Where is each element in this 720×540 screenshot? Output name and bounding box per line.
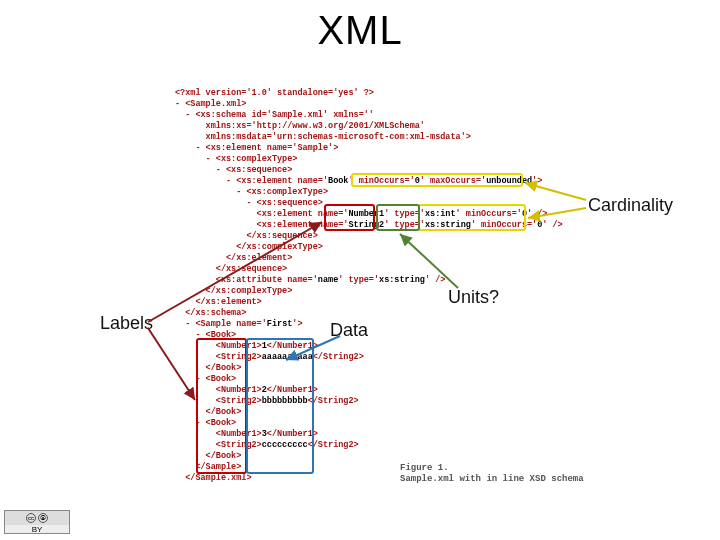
annotation-labels: Labels [100,313,153,334]
by-person-icon: ⦿ [38,513,48,523]
figure-caption: Figure 1. Sample.xml with in line XSD sc… [400,463,584,485]
caption-line-1: Figure 1. [400,463,584,474]
cc-icon: cc [26,513,36,523]
data-highlight-values [246,338,314,474]
annotation-data: Data [330,320,368,341]
cardinality-highlight-1 [351,173,523,187]
labels-highlight-tags [196,338,247,474]
units-highlight-types [376,204,420,231]
annotation-units: Units? [448,287,499,308]
cc-by-label: BY [5,525,69,534]
labels-highlight-names [324,204,375,231]
cardinality-highlight-2 [418,204,526,231]
cc-by-badge: cc ⦿ BY [4,510,70,534]
caption-line-2: Sample.xml with in line XSD schema [400,474,584,485]
slide-title: XML [0,8,720,53]
annotation-cardinality: Cardinality [588,195,673,216]
